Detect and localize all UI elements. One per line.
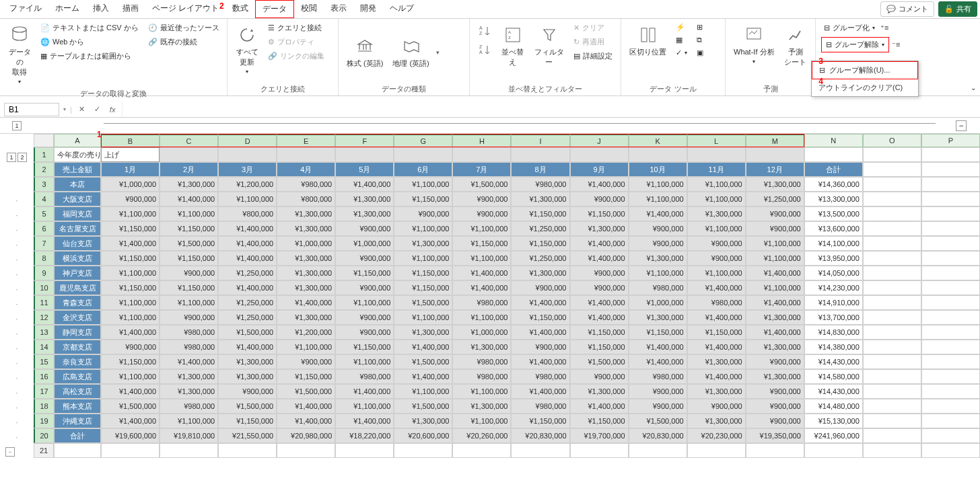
data-cell[interactable]: ¥900,000 xyxy=(335,310,394,325)
data-cell[interactable]: ¥1,150,000 xyxy=(160,221,218,236)
menu-開発[interactable]: 開発 xyxy=(353,0,383,18)
data-cell[interactable]: ¥1,100,000 xyxy=(335,295,394,310)
data-cell[interactable]: ¥1,100,000 xyxy=(101,310,160,325)
menu-数式[interactable]: 数式 xyxy=(225,0,255,18)
cell[interactable] xyxy=(921,428,980,443)
data-cell[interactable]: ¥1,300,000 xyxy=(160,384,218,399)
data-cell[interactable]: ¥1,300,000 xyxy=(277,280,335,295)
data-cell[interactable]: ¥1,250,000 xyxy=(218,266,277,280)
cell-a1[interactable]: 今年度の売り xyxy=(54,147,101,162)
data-cell[interactable]: ¥1,400,000 xyxy=(687,310,746,325)
data-cell[interactable]: ¥900,000 xyxy=(335,221,394,236)
data-cell[interactable]: ¥1,400,000 xyxy=(218,221,277,236)
data-cell[interactable]: ¥1,100,000 xyxy=(335,399,394,414)
col-header-F[interactable]: F xyxy=(335,134,394,147)
month-header[interactable]: 1月 xyxy=(101,162,160,177)
data-cell[interactable]: ¥1,400,000 xyxy=(394,369,452,384)
sort-button[interactable]: AZ 並べ替え xyxy=(498,22,528,70)
data-cell[interactable]: ¥1,400,000 xyxy=(277,399,335,414)
col-outline-level-1[interactable]: 1 xyxy=(12,121,22,130)
col-header-B[interactable]: B xyxy=(101,134,160,147)
data-cell[interactable]: ¥1,300,000 xyxy=(687,206,746,221)
data-cell[interactable]: ¥900,000 xyxy=(570,280,629,295)
data-cell[interactable]: ¥900,000 xyxy=(629,384,687,399)
data-cell[interactable]: ¥1,400,000 xyxy=(511,325,569,340)
data-cell[interactable]: ¥1,150,000 xyxy=(570,414,629,428)
cell[interactable] xyxy=(863,340,921,354)
data-cell[interactable]: ¥1,100,000 xyxy=(394,221,452,236)
data-cell[interactable]: ¥1,400,000 xyxy=(570,236,629,251)
row-header-19[interactable]: 19 xyxy=(34,414,54,428)
row-total[interactable]: ¥13,950,000 xyxy=(804,251,863,266)
cell[interactable] xyxy=(921,340,980,354)
data-cell[interactable]: ¥1,150,000 xyxy=(394,192,452,206)
row-total[interactable]: ¥14,480,000 xyxy=(804,399,863,414)
branch-label[interactable]: 鹿児島支店 xyxy=(54,280,101,295)
data-cell[interactable]: ¥900,000 xyxy=(277,354,335,369)
flash-fill-button[interactable]: ⚡ xyxy=(673,22,690,33)
col-header-G[interactable]: G xyxy=(394,134,452,147)
row-header-5[interactable]: 5 xyxy=(34,206,54,221)
ribbon-expand-icon[interactable]: ⌄ xyxy=(971,84,976,91)
data-cell[interactable]: ¥980,000 xyxy=(452,295,511,310)
col-header-O[interactable]: O xyxy=(863,134,921,147)
data-cell[interactable]: ¥1,400,000 xyxy=(160,192,218,206)
from-web-button[interactable]: 🌐Web から xyxy=(38,36,141,48)
data-cell[interactable]: ¥1,000,000 xyxy=(452,325,511,340)
data-cell[interactable]: ¥1,400,000 xyxy=(394,340,452,354)
data-cell[interactable]: ¥1,400,000 xyxy=(629,354,687,369)
data-cell[interactable]: ¥1,300,000 xyxy=(687,354,746,369)
cell[interactable] xyxy=(452,147,511,162)
data-cell[interactable]: ¥900,000 xyxy=(335,251,394,266)
column-outline-collapse[interactable]: − xyxy=(956,120,967,131)
data-cell[interactable]: ¥1,000,000 xyxy=(277,236,335,251)
relationships-button[interactable]: ⧉ xyxy=(694,34,706,46)
existing-connections-button[interactable]: 🔗既存の接続 xyxy=(145,36,222,48)
cell[interactable] xyxy=(863,177,921,192)
data-cell[interactable]: ¥900,000 xyxy=(746,399,804,414)
data-cell[interactable]: ¥1,300,000 xyxy=(570,384,629,399)
data-cell[interactable]: ¥980,000 xyxy=(160,325,218,340)
data-cell[interactable]: ¥1,100,000 xyxy=(687,177,746,192)
month-header[interactable]: 6月 xyxy=(394,162,452,177)
data-cell[interactable]: ¥980,000 xyxy=(335,369,394,384)
text-to-columns-button[interactable]: 区切り位置 xyxy=(627,22,669,60)
data-cell[interactable]: ¥900,000 xyxy=(687,236,746,251)
data-cell[interactable]: ¥980,000 xyxy=(629,280,687,295)
col-header-C[interactable]: C xyxy=(160,134,218,147)
sort-desc-button[interactable]: ZA xyxy=(475,40,494,59)
data-cell[interactable]: ¥1,150,000 xyxy=(101,251,160,266)
menu-ヘルプ[interactable]: ヘルプ xyxy=(383,0,421,18)
branch-label[interactable]: 大阪支店 xyxy=(54,192,101,206)
consolidate-button[interactable]: ⊞ xyxy=(694,22,706,33)
col-header-K[interactable]: K xyxy=(629,134,687,147)
cell[interactable] xyxy=(921,354,980,369)
recent-sources-button[interactable]: 🕘最近使ったソース xyxy=(145,22,222,34)
data-cell[interactable]: ¥1,150,000 xyxy=(101,280,160,295)
data-cell[interactable]: ¥1,400,000 xyxy=(101,384,160,399)
row-total[interactable]: ¥13,700,000 xyxy=(804,310,863,325)
cell[interactable] xyxy=(921,399,980,414)
select-all-corner[interactable] xyxy=(34,134,54,147)
data-cell[interactable]: ¥1,400,000 xyxy=(452,266,511,280)
data-cell[interactable]: ¥1,300,000 xyxy=(687,414,746,428)
data-cell[interactable]: ¥1,400,000 xyxy=(629,340,687,354)
row-header-18[interactable]: 18 xyxy=(34,399,54,414)
filter-button[interactable]: フィルター xyxy=(532,22,567,70)
cell[interactable] xyxy=(921,369,980,384)
data-cell[interactable]: ¥900,000 xyxy=(452,192,511,206)
month-header[interactable]: 7月 xyxy=(452,162,511,177)
row-total[interactable]: ¥13,300,000 xyxy=(804,192,863,206)
total-header[interactable]: 合計 xyxy=(804,162,863,177)
cell[interactable] xyxy=(863,325,921,340)
data-cell[interactable]: ¥1,300,000 xyxy=(452,399,511,414)
data-cell[interactable]: ¥1,250,000 xyxy=(218,295,277,310)
row-header-10[interactable]: 10 xyxy=(34,280,54,295)
row-total[interactable]: ¥14,430,000 xyxy=(804,384,863,399)
row-total[interactable]: ¥14,430,000 xyxy=(804,354,863,369)
row-total[interactable]: ¥13,500,000 xyxy=(804,206,863,221)
data-cell[interactable]: ¥1,100,000 xyxy=(746,251,804,266)
cell[interactable] xyxy=(218,147,277,162)
data-cell[interactable]: ¥1,300,000 xyxy=(277,206,335,221)
data-cell[interactable]: ¥1,500,000 xyxy=(160,236,218,251)
